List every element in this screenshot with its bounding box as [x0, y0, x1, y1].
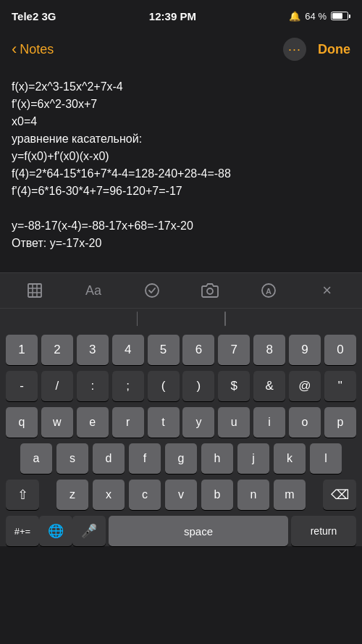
cursor-line-left	[137, 311, 138, 326]
key-7[interactable]: 7	[218, 335, 250, 365]
key-u[interactable]: u	[218, 407, 250, 438]
key-z[interactable]: z	[56, 480, 88, 510]
key-j[interactable]: j	[237, 443, 269, 474]
key-a[interactable]: a	[20, 443, 52, 474]
key-3[interactable]: 3	[77, 335, 109, 365]
table-button[interactable]	[19, 275, 51, 306]
note-content[interactable]: f(x)=2x^3-15x^2+7x-4 f'(x)=6x^2-30x+7 x0…	[0, 70, 362, 272]
symbols-key[interactable]: #+=	[6, 516, 39, 546]
back-label: Notes	[20, 42, 54, 57]
key-5[interactable]: 5	[148, 335, 180, 365]
space-key[interactable]: space	[109, 516, 288, 546]
nav-right-controls: ··· Done	[283, 38, 350, 61]
letter-row-2: a s d f g h j k l	[3, 443, 359, 474]
return-key[interactable]: return	[291, 516, 356, 546]
time-label: 12:39 PM	[149, 10, 196, 22]
key-lparen[interactable]: (	[148, 371, 180, 401]
more-button[interactable]: ···	[283, 38, 306, 61]
key-v[interactable]: v	[165, 480, 197, 510]
key-s[interactable]: s	[56, 443, 88, 474]
key-k[interactable]: k	[274, 443, 306, 474]
svg-point-6	[207, 288, 213, 294]
key-6[interactable]: 6	[182, 335, 214, 365]
key-colon[interactable]: :	[77, 371, 109, 401]
key-r[interactable]: r	[112, 407, 144, 438]
back-button[interactable]: ‹ Notes	[12, 41, 54, 57]
key-y[interactable]: y	[182, 407, 214, 438]
key-4[interactable]: 4	[112, 335, 144, 365]
alarm-icon: 🔔	[289, 11, 300, 22]
zxcv-group: z x c v b n m	[39, 480, 323, 510]
key-f[interactable]: f	[129, 443, 161, 474]
key-t[interactable]: t	[148, 407, 180, 438]
key-at[interactable]: @	[289, 371, 321, 401]
svg-text:A: A	[266, 287, 272, 296]
key-q[interactable]: q	[6, 407, 38, 438]
font-icon: Aa	[85, 283, 101, 298]
key-d[interactable]: d	[93, 443, 125, 474]
back-arrow-icon: ‹	[12, 41, 17, 57]
globe-key[interactable]: 🌐	[39, 516, 72, 546]
key-m[interactable]: m	[274, 480, 306, 510]
key-e[interactable]: e	[77, 407, 109, 438]
letter-row-3: ⇧ z x c v b n m ⌫	[3, 480, 359, 510]
font-button[interactable]: Aa	[77, 275, 109, 306]
table-icon	[26, 282, 43, 299]
carrier-label: Tele2 3G	[12, 10, 56, 22]
key-9[interactable]: 9	[289, 335, 321, 365]
mic-key[interactable]: 🎤	[72, 516, 106, 546]
cursor-area	[0, 309, 362, 329]
cursor-line-right	[224, 311, 226, 326]
symbol-row: - / : ; ( ) $ & @ "	[3, 371, 359, 401]
key-amp[interactable]: &	[253, 371, 285, 401]
status-right: 🔔 64 %	[289, 11, 350, 22]
key-minus[interactable]: -	[6, 371, 38, 401]
battery-percentage: 64 %	[305, 11, 327, 22]
close-icon: ×	[322, 281, 332, 300]
key-g[interactable]: g	[165, 443, 197, 474]
key-b[interactable]: b	[201, 480, 233, 510]
key-1[interactable]: 1	[6, 335, 38, 365]
key-o[interactable]: o	[289, 407, 321, 438]
camera-button[interactable]	[194, 275, 226, 306]
key-l[interactable]: l	[310, 443, 342, 474]
markup-button[interactable]: A	[253, 275, 285, 306]
keyboard: 1 2 3 4 5 6 7 8 9 0 - / : ; ( ) $ & @ " …	[0, 329, 362, 546]
key-p[interactable]: p	[324, 407, 356, 438]
letter-row-1: q w e r t y u i o p	[3, 407, 359, 438]
key-slash[interactable]: /	[41, 371, 73, 401]
svg-point-5	[146, 284, 159, 297]
close-toolbar-button[interactable]: ×	[311, 275, 343, 306]
key-i[interactable]: i	[253, 407, 285, 438]
key-w[interactable]: w	[41, 407, 73, 438]
formatting-toolbar: Aa A ×	[0, 272, 362, 309]
key-n[interactable]: n	[237, 480, 269, 510]
svg-rect-0	[28, 284, 41, 297]
status-bar: Tele2 3G 12:39 PM 🔔 64 %	[0, 0, 362, 32]
nav-bar: ‹ Notes ··· Done	[0, 32, 362, 70]
key-c[interactable]: c	[129, 480, 161, 510]
camera-icon	[201, 282, 219, 299]
key-rparen[interactable]: )	[182, 371, 214, 401]
done-button[interactable]: Done	[318, 42, 350, 57]
battery-icon	[331, 12, 350, 20]
more-icon: ···	[288, 42, 301, 57]
key-semicolon[interactable]: ;	[112, 371, 144, 401]
markup-icon: A	[260, 282, 277, 299]
key-dollar[interactable]: $	[218, 371, 250, 401]
check-icon	[143, 282, 161, 299]
key-h[interactable]: h	[201, 443, 233, 474]
number-row: 1 2 3 4 5 6 7 8 9 0	[3, 335, 359, 365]
key-8[interactable]: 8	[253, 335, 285, 365]
key-quote[interactable]: "	[324, 371, 356, 401]
backspace-key[interactable]: ⌫	[323, 480, 356, 510]
checklist-button[interactable]	[136, 275, 168, 306]
shift-key[interactable]: ⇧	[6, 480, 39, 510]
bottom-row: #+= 🌐 🎤 space return	[3, 516, 359, 546]
key-x[interactable]: x	[93, 480, 125, 510]
key-0[interactable]: 0	[324, 335, 356, 365]
key-2[interactable]: 2	[41, 335, 73, 365]
